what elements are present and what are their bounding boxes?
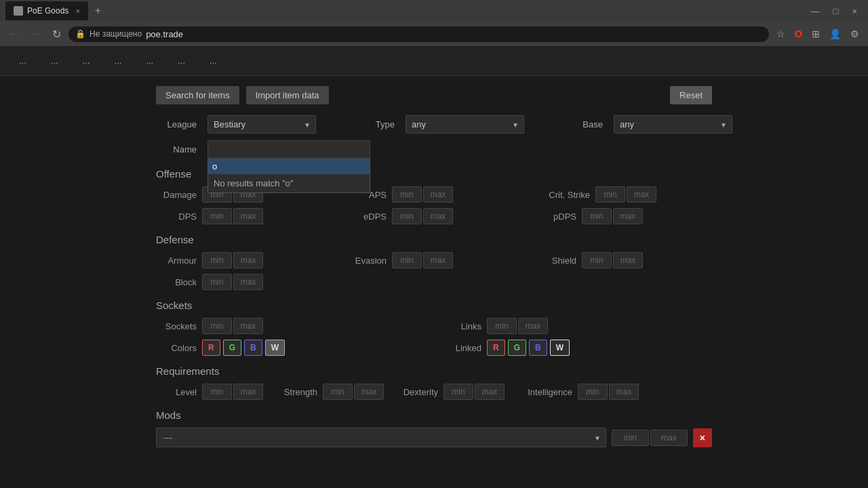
color-green-button[interactable]: G [223, 340, 241, 356]
aps-min[interactable] [392, 186, 422, 203]
block-max[interactable] [233, 274, 263, 290]
linked-red-button[interactable]: R [487, 340, 505, 356]
dps-max[interactable] [233, 208, 263, 224]
nav-icons-right: ☆ O ⊞ 👤 ⚙ [773, 26, 863, 41]
block-group: Block [156, 274, 332, 290]
evasion-minmax [392, 252, 453, 268]
links-max[interactable] [518, 318, 548, 334]
refresh-button[interactable]: ↻ [49, 26, 64, 42]
new-tab-button[interactable]: + [91, 3, 105, 18]
dexterity-max[interactable] [475, 384, 505, 400]
base-select[interactable]: any [614, 115, 732, 134]
intelligence-max[interactable] [609, 384, 639, 400]
linked-label: Linked [441, 343, 481, 353]
crit-strike-minmax [595, 186, 656, 203]
armour-max[interactable] [233, 252, 263, 268]
type-select[interactable]: any [406, 115, 524, 134]
extensions-button[interactable]: ⊞ [808, 26, 823, 41]
address-bar[interactable]: 🔒 Не защищено poe.trade [68, 26, 769, 42]
evasion-label: Evasion [346, 256, 387, 266]
linked-green-button[interactable]: G [508, 340, 526, 356]
name-input[interactable] [208, 140, 370, 159]
site-nav-link-7[interactable]: ... [204, 53, 222, 68]
strength-min[interactable] [323, 384, 353, 400]
block-minmax [202, 274, 263, 290]
edps-label: eDPS [346, 211, 387, 222]
remove-mod-button[interactable]: × [693, 428, 712, 447]
aps-max[interactable] [423, 186, 453, 203]
user-button[interactable]: 👤 [826, 26, 844, 41]
minimize-button[interactable]: — [806, 3, 825, 19]
maximize-button[interactable]: □ [828, 3, 844, 19]
evasion-min[interactable] [392, 252, 422, 268]
linked-buttons: R G B W [487, 340, 570, 356]
armour-group: Armour [156, 252, 332, 268]
strength-max[interactable] [354, 384, 384, 400]
site-nav-link-2[interactable]: ... [45, 53, 64, 68]
tab-bar: PoE Goods × + — □ × [0, 0, 868, 22]
armour-min[interactable] [202, 252, 232, 268]
import-button[interactable]: Import item data [246, 86, 329, 104]
crit-strike-group: Crit. Strike [536, 186, 712, 203]
edps-max[interactable] [423, 208, 453, 224]
intelligence-group: Intelligence [518, 384, 639, 400]
dps-min[interactable] [202, 208, 232, 224]
action-buttons-row: Search for items Import item data Reset [156, 86, 712, 104]
color-blue-button[interactable]: B [244, 340, 262, 356]
sockets-label: Sockets [156, 321, 197, 331]
links-minmax [487, 318, 548, 334]
dexterity-min[interactable] [443, 384, 473, 400]
intelligence-label: Intelligence [518, 387, 572, 397]
sockets-max[interactable] [233, 318, 263, 334]
settings-button[interactable]: ⚙ [847, 26, 863, 41]
aps-minmax [392, 186, 453, 203]
edps-group: eDPS [346, 208, 522, 224]
site-nav-link-6[interactable]: ... [172, 53, 191, 68]
site-nav-link-5[interactable]: ... [140, 53, 159, 68]
search-button[interactable]: Search for items [156, 86, 239, 104]
block-min[interactable] [202, 274, 232, 290]
close-window-button[interactable]: × [846, 3, 863, 19]
color-buttons: R G B W [202, 340, 285, 356]
opera-button[interactable]: O [791, 26, 806, 41]
shield-min[interactable] [582, 252, 612, 268]
intelligence-min[interactable] [578, 384, 608, 400]
mods-header: Mods [156, 409, 712, 421]
linked-blue-button[interactable]: B [529, 340, 547, 356]
level-minmax [202, 384, 263, 400]
dps-label: DPS [156, 211, 197, 222]
dexterity-label: Dexterity [397, 387, 438, 397]
mods-select[interactable]: --- [156, 428, 606, 447]
reset-button[interactable]: Reset [670, 86, 712, 104]
shield-max[interactable] [613, 252, 643, 268]
level-min[interactable] [202, 384, 232, 400]
color-red-button[interactable]: R [202, 340, 220, 356]
crit-strike-min[interactable] [595, 186, 625, 203]
evasion-max[interactable] [423, 252, 453, 268]
crit-strike-max[interactable] [627, 186, 656, 203]
dps-minmax [202, 208, 263, 224]
sockets-min[interactable] [202, 318, 232, 334]
tab-close-button[interactable]: × [75, 7, 79, 15]
level-max[interactable] [233, 384, 263, 400]
color-white-button[interactable]: W [265, 340, 285, 356]
site-nav-link-4[interactable]: ... [109, 53, 127, 68]
edps-min[interactable] [392, 208, 422, 224]
pdps-label: pDPS [536, 211, 576, 222]
linked-white-button[interactable]: W [550, 340, 570, 356]
name-dropdown: o No results match "o" [208, 159, 370, 193]
strength-minmax [323, 384, 384, 400]
league-select[interactable]: Bestiary Standard Hardcore [208, 115, 316, 134]
site-nav-link-1[interactable]: ... [14, 53, 32, 68]
mods-max[interactable] [650, 430, 688, 446]
bookmark-button[interactable]: ☆ [773, 26, 789, 41]
mods-min[interactable] [612, 430, 649, 446]
links-min[interactable] [487, 318, 517, 334]
site-nav-link-3[interactable]: ... [77, 53, 96, 68]
pdps-min[interactable] [582, 208, 612, 224]
pdps-max[interactable] [613, 208, 643, 224]
pdps-minmax [582, 208, 643, 224]
name-dropdown-input[interactable]: o [208, 159, 370, 174]
active-tab[interactable]: PoE Goods × [5, 1, 88, 20]
strength-group: Strength [277, 384, 384, 400]
